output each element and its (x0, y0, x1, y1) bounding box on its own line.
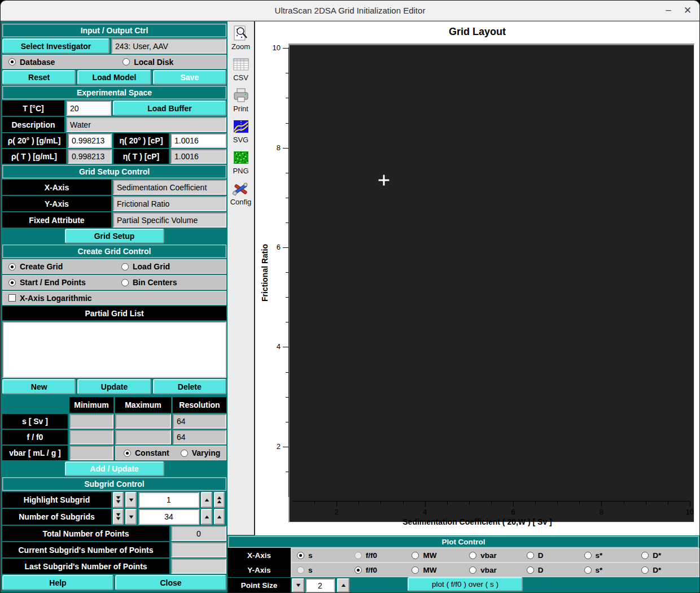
ff0-resolution-field[interactable]: 64 (173, 430, 226, 444)
subgrids-up-button[interactable]: ▲ (201, 509, 212, 525)
local-disk-radio[interactable]: Local Disk (123, 58, 173, 67)
subgrids-page-down-button[interactable]: ▼▼ (113, 509, 124, 525)
pc-y-option-s[interactable]: s* (584, 566, 642, 574)
s-resolution-field[interactable]: 64 (173, 414, 226, 429)
highlight-down-button[interactable]: ▼ (125, 492, 137, 508)
config-tool-label: Config (230, 198, 252, 206)
pc-xaxis-label: X-Axis (228, 548, 291, 563)
reset-button[interactable]: Reset (2, 70, 76, 85)
s-min-field[interactable] (69, 414, 113, 429)
minimum-column-header: Minimum (69, 397, 113, 413)
radio-icon (527, 552, 534, 559)
load-model-button[interactable]: Load Model (77, 70, 151, 85)
radio-icon (297, 552, 304, 559)
pc-y-option-MW[interactable]: MW (412, 566, 469, 574)
pc-y-option-D[interactable]: D (527, 566, 584, 574)
csv-tool[interactable]: CSV (233, 56, 250, 82)
grid-setup-button[interactable]: Grid Setup (65, 229, 164, 243)
database-radio[interactable]: Database (8, 58, 55, 67)
pc-x-option-s[interactable]: s (297, 551, 355, 560)
point-size-up-button[interactable]: ▲ (337, 578, 349, 592)
pc-x-option-ff0[interactable]: f/f0 (355, 551, 412, 560)
x-tick-label: 6 (505, 508, 522, 516)
create-grid-radio[interactable]: Create Grid (8, 262, 121, 271)
start-end-points-radio-label: Start / End Points (20, 278, 86, 287)
pc-y-option-s[interactable]: s (297, 566, 355, 574)
pc-y-option-vbar[interactable]: vbar (469, 566, 527, 574)
pc-y-option-ff0[interactable]: f/f0 (355, 566, 412, 574)
highlight-subgrid-field[interactable]: 1 (138, 492, 199, 508)
num-subgrids-label: Number of Subgrids (2, 509, 111, 525)
update-button[interactable]: Update (77, 379, 151, 394)
add-update-button[interactable]: Add / Update (65, 461, 164, 476)
temperature-field[interactable]: 20 (66, 101, 111, 116)
minimize-button[interactable]: – (659, 1, 678, 20)
xaxis-log-checkbox-label: X-Axis Logarithmic (20, 294, 92, 303)
select-investigator-button[interactable]: Select Investigator (2, 38, 110, 54)
vbar-varying-radio[interactable]: Varying (181, 448, 221, 457)
pc-x-option-vbar[interactable]: vbar (469, 551, 527, 560)
density20-field[interactable]: 0.998213 (68, 133, 112, 148)
load-buffer-button[interactable]: Load Buffer (113, 101, 226, 116)
png-tool-label: PNG (233, 167, 248, 175)
highlight-subgrid-label: Highlight Subgrid (2, 492, 111, 508)
radio-icon (121, 279, 129, 286)
svg-icon (233, 118, 250, 135)
zoom-icon (232, 25, 249, 42)
num-subgrids-field[interactable]: 34 (138, 509, 199, 525)
vbar-constant-radio-label: Constant (135, 448, 169, 457)
pc-x-option-MW[interactable]: MW (412, 551, 469, 560)
pc-yaxis-label: Y-Axis (228, 563, 291, 577)
start-end-points-radio[interactable]: Start / End Points (8, 278, 121, 287)
vbar-min-field[interactable] (69, 446, 113, 460)
viscosity20-field[interactable]: 1.0016 (170, 133, 226, 148)
subgrids-down-button[interactable]: ▼ (125, 509, 137, 525)
highlight-page-down-button[interactable]: ▼▼ (113, 492, 124, 508)
io-ctrl-header: Input / Output Ctrl (2, 24, 226, 37)
plot-canvas[interactable] (288, 43, 694, 522)
last-subgrid-points-label: Last Subgrid's Number of Points (2, 559, 169, 574)
load-grid-radio[interactable]: Load Grid (121, 262, 170, 271)
ff0-max-field[interactable] (115, 430, 171, 444)
load-grid-radio-label: Load Grid (133, 262, 170, 271)
svg-tool[interactable]: SVG (233, 118, 250, 144)
bin-centers-radio[interactable]: Bin Centers (121, 278, 177, 287)
plot-button[interactable]: plot ( f/f0 ) over ( s ) (408, 577, 523, 591)
total-points-label: Total Number of Points (2, 526, 169, 541)
partial-grid-list[interactable] (2, 321, 226, 378)
save-button[interactable]: Save (153, 70, 226, 85)
pc-x-option-s[interactable]: s* (584, 551, 642, 560)
s-max-field[interactable] (115, 414, 171, 429)
local-disk-radio-label: Local Disk (134, 58, 173, 67)
help-button[interactable]: Help (2, 575, 113, 590)
delete-button[interactable]: Delete (153, 379, 226, 394)
point-size-down-button[interactable]: ▼ (292, 578, 304, 592)
radio-icon (641, 566, 649, 574)
png-tool[interactable]: PNG (233, 149, 250, 175)
radio-icon (527, 566, 534, 574)
pc-y-option-D[interactable]: D* (641, 566, 699, 574)
highlight-up-button[interactable]: ▲ (201, 492, 212, 508)
zoom-tool[interactable]: Zoom (231, 25, 250, 51)
png-icon (233, 149, 250, 166)
subgrids-page-up-button[interactable]: ▲ (214, 509, 225, 525)
highlight-page-up-button[interactable]: ▲▲ (214, 492, 225, 508)
close-dialog-button[interactable]: Close (115, 575, 226, 590)
y-axis-line (288, 47, 289, 497)
new-button[interactable]: New (2, 379, 76, 394)
vbar-constant-radio[interactable]: Constant (124, 448, 169, 457)
config-tool[interactable]: Config (230, 180, 252, 206)
pc-x-option-D[interactable]: D* (641, 551, 699, 560)
radio-icon (355, 566, 362, 574)
x-tick-label: 10 (681, 508, 698, 516)
config-icon (232, 180, 249, 197)
print-tool[interactable]: Print (233, 87, 250, 113)
pc-x-option-D[interactable]: D (527, 551, 584, 560)
experimental-space-header: Experimental Space (2, 86, 226, 99)
zoom-tool-label: Zoom (231, 42, 250, 51)
xaxis-log-checkbox[interactable]: X-Axis Logarithmic (8, 294, 92, 303)
point-size-field[interactable]: 2 (305, 578, 335, 592)
close-button[interactable]: ✕ (678, 1, 697, 20)
plot-toolbar: Zoom CSV Print (228, 21, 255, 535)
ff0-min-field[interactable] (69, 430, 113, 444)
